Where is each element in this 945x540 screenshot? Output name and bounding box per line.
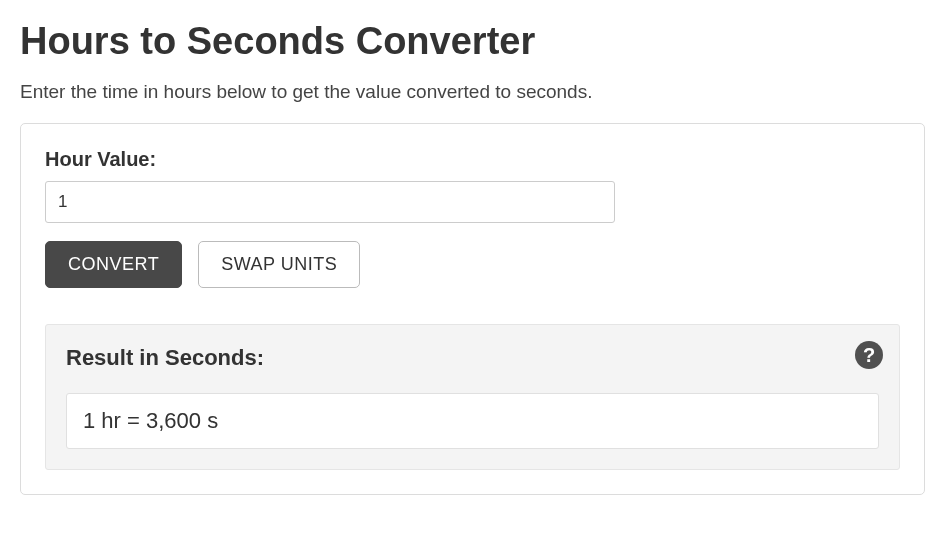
swap-units-button[interactable]: SWAP UNITS bbox=[198, 241, 360, 288]
converter-panel: Hour Value: CONVERT SWAP UNITS ? Result … bbox=[20, 123, 925, 495]
convert-button[interactable]: CONVERT bbox=[45, 241, 182, 288]
page-title: Hours to Seconds Converter bbox=[20, 20, 925, 63]
result-box: ? Result in Seconds: 1 hr = 3,600 s bbox=[45, 324, 900, 470]
button-row: CONVERT SWAP UNITS bbox=[45, 241, 900, 288]
result-value: 1 hr = 3,600 s bbox=[66, 393, 879, 449]
converter-container: Hours to Seconds Converter Enter the tim… bbox=[20, 20, 925, 495]
hour-value-label: Hour Value: bbox=[45, 148, 900, 171]
result-label: Result in Seconds: bbox=[66, 345, 879, 371]
help-icon[interactable]: ? bbox=[855, 341, 883, 369]
hour-value-input[interactable] bbox=[45, 181, 615, 223]
page-subtitle: Enter the time in hours below to get the… bbox=[20, 81, 925, 103]
